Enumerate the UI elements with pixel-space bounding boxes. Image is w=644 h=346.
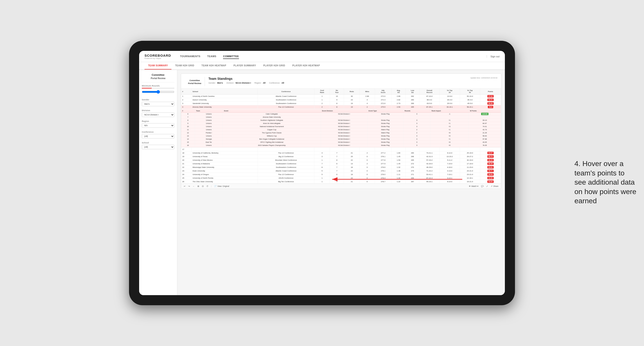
cell-low-sg bbox=[406, 148, 420, 151]
table-row[interactable]: 17 bbox=[181, 148, 501, 151]
cell-vs25: 25-5-0 bbox=[440, 102, 460, 105]
table-row[interactable]: 21University of AlabamaSoutheastern Conf… bbox=[181, 162, 501, 166]
sidebar-section-gender: Gender Men's Women's bbox=[142, 99, 174, 106]
sub-table-row[interactable]: 7 Univers Arizona State University bbox=[181, 116, 501, 119]
watch-button[interactable]: 👁 Watch ▾ bbox=[469, 185, 478, 187]
toolbar-copy[interactable]: ⊞ bbox=[198, 185, 199, 187]
tab-player-summary[interactable]: PLAYER SUMMARY bbox=[230, 62, 260, 69]
sub-table-row[interactable]: 16 Univers 2023 Sahalee Players Champion… bbox=[181, 144, 501, 147]
division-select[interactable]: NCAA Division I NCAA Division II NAIA bbox=[142, 113, 174, 117]
sub-cell-rounds: 3 bbox=[403, 141, 430, 144]
share-button[interactable]: ↗ Share bbox=[491, 185, 498, 187]
table-row[interactable]: 25University of North FloridaASUN Confer… bbox=[181, 176, 501, 180]
redo-button[interactable]: ↪ bbox=[188, 185, 190, 187]
cell-points[interactable]: 90.20 bbox=[480, 102, 501, 105]
cell-conf-rank: 1 bbox=[314, 98, 330, 102]
cell-points[interactable]: 78.5 bbox=[480, 105, 501, 109]
tab-player-h2h-grid[interactable]: PLAYER H2H GRID bbox=[260, 62, 289, 69]
expand-button[interactable]: ⤢ bbox=[486, 185, 488, 187]
gender-select[interactable]: Men's Women's bbox=[142, 102, 174, 106]
cell-tours: 9 bbox=[330, 98, 344, 102]
table-row[interactable]: 26The Ohio State UniversityBig Ten Confe… bbox=[181, 180, 501, 183]
cell-conference bbox=[258, 148, 314, 151]
nav-tournaments[interactable]: TOURNAMENTS bbox=[180, 54, 200, 59]
sub-col-num: # bbox=[181, 109, 195, 113]
sub-table-row[interactable]: 10 Univers National Invitational Tournam… bbox=[181, 125, 501, 128]
cell-tours: 10 bbox=[330, 95, 344, 98]
tab-team-h2h-grid[interactable]: TEAM H2H GRID bbox=[172, 62, 198, 69]
comment-button[interactable]: 💬 bbox=[481, 185, 484, 187]
filter-region: Region: All bbox=[254, 82, 266, 84]
back-button[interactable]: ← bbox=[193, 185, 195, 187]
cell-rnds bbox=[344, 148, 360, 151]
sub-table-row[interactable]: 13 Univers Williams Cup NCAA Division I … bbox=[181, 135, 501, 138]
sidebar-label-gender: Gender bbox=[142, 99, 174, 101]
content-area: Committee Portal Review Minimum Rounds G… bbox=[139, 70, 505, 295]
sign-out-button[interactable]: Sign out bbox=[487, 55, 500, 58]
undo-button[interactable]: ↩ bbox=[184, 185, 186, 187]
sub-table-row[interactable]: 6 Univers Cater Collegiate NCAA Division… bbox=[181, 113, 501, 116]
sub-table-row[interactable]: 8 Univers Southern Highlands Collegiate … bbox=[181, 119, 501, 122]
points-badge[interactable]: 90.20 bbox=[488, 102, 494, 105]
conference-select[interactable]: (All) bbox=[142, 134, 174, 139]
table-row[interactable]: 1 University of North Carolina Atlantic … bbox=[181, 95, 501, 98]
toolbar-separator: | bbox=[211, 185, 212, 187]
tablet-frame: SCOREBOARD Powered by clippd TOURNAMENTS… bbox=[129, 41, 515, 305]
col-avg-score: Avg.SG bbox=[392, 89, 406, 95]
sub-col-rank-impact: Rank Impact bbox=[430, 109, 469, 113]
nav-teams[interactable]: TEAMS bbox=[207, 54, 216, 59]
sub-table: # Team Event Event Division Event Type R… bbox=[181, 109, 501, 147]
sub-cell-points bbox=[469, 116, 501, 119]
table-row[interactable]: 3 Vanderbilt University Southeastern Con… bbox=[181, 102, 501, 105]
nav-committee[interactable]: COMMITTEE bbox=[223, 54, 239, 59]
tab-player-h2h-heatmap[interactable]: PLAYER H2H HEATMAP bbox=[289, 62, 324, 69]
tab-team-h2h-heatmap[interactable]: TEAM H2H HEATMAP bbox=[198, 62, 230, 69]
table-row[interactable]: 19University of TexasBig 12 Conference37… bbox=[181, 155, 501, 159]
sub-table-row[interactable]: 11 Univers Copper Cup NCAA Division I Ma… bbox=[181, 128, 501, 131]
cell-rank: 3 bbox=[181, 102, 191, 105]
sub-table-row[interactable]: 12 Florida I The Cypress Point Classic N… bbox=[181, 131, 501, 135]
sub-cell-team: Univers bbox=[195, 144, 223, 147]
sidebar-section-rounds: Minimum Rounds bbox=[142, 85, 174, 95]
points-badge[interactable]: 93.31 bbox=[488, 99, 494, 101]
slider-rounds[interactable] bbox=[142, 88, 174, 89]
points-badge-highlighted[interactable]: 78.5 bbox=[488, 106, 494, 108]
cell-conference: Pac-12 Conference bbox=[258, 105, 314, 109]
cell-wins: 4 bbox=[360, 98, 375, 102]
sub-col-type: Event Type bbox=[367, 109, 403, 113]
table-row[interactable]: 23Duke UniversityAtlantic Coast Conferen… bbox=[181, 169, 501, 173]
sub-cell-division: NCAA Division I bbox=[321, 131, 367, 135]
sub-cell-rank: +0 bbox=[430, 141, 469, 144]
sidebar-label-conference: Conference bbox=[142, 131, 174, 133]
sub-cell-rank: +1 bbox=[430, 128, 469, 131]
expanded-inner: # Team Event Event Division Event Type R… bbox=[181, 109, 501, 148]
toolbar-filter[interactable]: ⊡ bbox=[202, 185, 204, 187]
table-row[interactable]: 18University of California, BerkeleyPac-… bbox=[181, 151, 501, 155]
sub-cell-division: NCAA Division I bbox=[321, 141, 367, 144]
report-toolbar: ↩ ↪ ← ⊞ ⊡ ⏱ | 📄 View: Original 👁 bbox=[181, 183, 501, 189]
rounds-slider-input[interactable] bbox=[142, 89, 174, 95]
table-row[interactable]: 24University of OregonPac-12 Conference5… bbox=[181, 173, 501, 176]
toolbar-time[interactable]: ⏱ bbox=[206, 185, 208, 187]
table-row[interactable]: 2 Auburn University Southeastern Confere… bbox=[181, 98, 501, 102]
sub-col-team: Team bbox=[195, 109, 223, 113]
sub-table-row[interactable]: 15 East Ter OFCC Fighting Illini Invitat… bbox=[181, 141, 501, 144]
cell-school: University of North Carolina bbox=[191, 95, 258, 98]
cell-avg-score: 2.50 bbox=[392, 105, 406, 109]
points-badge[interactable]: 97.02 bbox=[488, 95, 494, 97]
sub-cell-points: 97.88 bbox=[469, 138, 501, 141]
sub-table-row[interactable]: 14 Georgia Ben Hogan Collegiate Invitati… bbox=[181, 138, 501, 141]
region-select[interactable]: N/A East West bbox=[142, 123, 174, 128]
table-row[interactable]: 20University of New MexicoMountain West … bbox=[181, 159, 501, 162]
school-select[interactable]: (All) bbox=[142, 145, 174, 149]
cell-points[interactable]: 97.02 bbox=[480, 95, 501, 98]
view-original-button[interactable]: 📄 View: Original bbox=[214, 185, 229, 187]
cell-points[interactable]: 93.31 bbox=[480, 98, 501, 102]
cell-low-sg: 269 bbox=[406, 102, 420, 105]
table-row[interactable]: 22Mississippi State UniversitySoutheaste… bbox=[181, 166, 501, 169]
tab-team-summary[interactable]: TEAM SUMMARY bbox=[144, 62, 172, 69]
table-row-highlighted[interactable]: 4 Arizona State University Pac-12 Confer… bbox=[181, 105, 501, 109]
sub-table-row[interactable]: 9 Univers Amer An Intercollegiate NCAA D… bbox=[181, 122, 501, 125]
sub-cell-rank: -1 bbox=[430, 113, 469, 116]
watch-label: Watch bbox=[472, 185, 477, 187]
